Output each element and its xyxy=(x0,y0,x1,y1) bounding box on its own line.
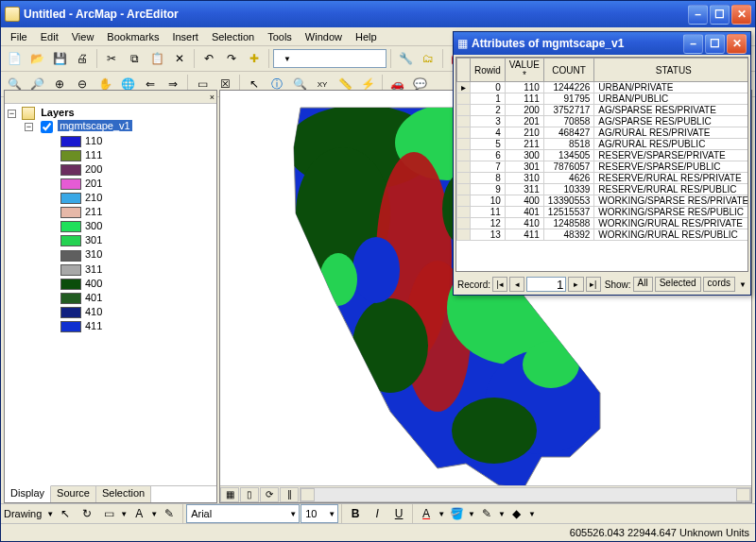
table-cell[interactable]: AG/SPARSE RES/PUBLIC xyxy=(594,116,748,127)
table-cell[interactable]: 13390553 xyxy=(543,195,594,207)
menu-selection[interactable]: Selection xyxy=(206,30,260,43)
draw-text-button[interactable]: A xyxy=(129,503,149,524)
add-data-button[interactable]: ✚ xyxy=(244,48,265,69)
table-cell[interactable]: 12 xyxy=(471,218,506,229)
table-cell[interactable]: 70858 xyxy=(543,116,594,127)
layer-visibility-checkbox[interactable] xyxy=(41,121,53,133)
table-row[interactable]: 931110339RESERVE/RURAL RES/PUBLIC xyxy=(457,184,749,195)
layout-view-button[interactable]: ▯ xyxy=(240,487,259,502)
table-cell[interactable]: 91795 xyxy=(543,93,594,105)
table-cell[interactable]: RESERVE/RURAL RES/PRIVATE xyxy=(594,173,748,184)
redo-button[interactable]: ↷ xyxy=(221,48,242,69)
toc-root[interactable]: − Layers xyxy=(8,107,214,120)
layer-name[interactable]: mgmtscape_v1 xyxy=(58,120,132,131)
table-cell[interactable]: URBAN/PRIVATE xyxy=(594,82,748,93)
table-row[interactable]: ▸01101244226URBAN/PRIVATE xyxy=(457,82,749,93)
toc-close-button[interactable]: × xyxy=(210,93,215,102)
toc-layer[interactable]: − mgmtscape_v1 xyxy=(8,120,214,133)
table-row[interactable]: 73017876057RESERVE/SPARSE/PUBLIC xyxy=(457,161,749,173)
toc-tree[interactable]: − Layers − mgmtscape_v1 1101112002012102… xyxy=(5,104,216,485)
legend-item[interactable]: 201 xyxy=(8,177,214,190)
fill-color-button[interactable]: 🪣 xyxy=(446,503,467,524)
prev-record-button[interactable]: ◂ xyxy=(509,277,524,292)
next-record-button[interactable]: ▸ xyxy=(568,277,583,292)
legend-item[interactable]: 300 xyxy=(8,219,214,232)
arc-catalog-button[interactable]: 🗂 xyxy=(418,48,438,69)
table-cell[interactable]: 211 xyxy=(505,139,543,150)
table-cell[interactable]: 11 xyxy=(471,207,506,218)
table-cell[interactable]: 410 xyxy=(505,218,543,229)
toc-tab-source[interactable]: Source xyxy=(51,486,96,502)
edit-vertices-button[interactable]: ✎ xyxy=(159,503,180,524)
options-dropdown-icon[interactable]: ▼ xyxy=(739,280,747,289)
table-cell[interactable]: 10 xyxy=(471,195,506,207)
map-scrollbar[interactable] xyxy=(300,487,751,502)
table-cell[interactable]: 311 xyxy=(505,184,543,195)
table-cell[interactable]: 111 xyxy=(505,93,543,105)
table-row[interactable]: 4210468427AG/RURAL RES/PRIVATE xyxy=(457,127,749,139)
column-header[interactable]: COUNT xyxy=(543,59,594,82)
table-cell[interactable]: 5 xyxy=(471,139,506,150)
expand-icon[interactable]: − xyxy=(25,123,33,131)
legend-item[interactable]: 400 xyxy=(8,277,214,290)
table-cell[interactable]: 48392 xyxy=(543,229,594,241)
table-row[interactable]: 1040013390553WORKING/SPARSE RES/PRIVATE xyxy=(457,195,749,207)
table-cell[interactable]: AG/RURAL RES/PRIVATE xyxy=(594,127,748,139)
table-cell[interactable]: 3 xyxy=(471,116,506,127)
select-elements-button[interactable]: ↖ xyxy=(55,503,76,524)
open-button[interactable]: 📂 xyxy=(26,48,47,69)
table-cell[interactable]: 3752717 xyxy=(543,105,594,116)
legend-item[interactable]: 310 xyxy=(8,247,214,261)
first-record-button[interactable]: |◂ xyxy=(492,277,507,292)
rotate-button[interactable]: ↻ xyxy=(77,503,97,524)
table-row[interactable]: 83104626RESERVE/RURAL RES/PRIVATE xyxy=(457,173,749,184)
attr-table-scroll[interactable]: RowidVALUE *COUNTSTATUS ▸01101244226URBA… xyxy=(455,57,748,272)
table-cell[interactable]: WORKING/SPARSE RES/PUBLIC xyxy=(594,207,748,218)
table-cell[interactable]: 110 xyxy=(505,82,543,93)
delete-button[interactable]: ✕ xyxy=(169,48,190,69)
table-row[interactable]: 124101248588WORKING/RURAL RES/PRIVATE xyxy=(457,218,749,229)
underline-button[interactable]: U xyxy=(388,503,409,524)
table-cell[interactable]: 6 xyxy=(471,150,506,161)
new-button[interactable]: 📄 xyxy=(4,48,25,69)
toc-tab-selection[interactable]: Selection xyxy=(96,486,151,502)
table-cell[interactable]: 411 xyxy=(505,229,543,241)
attribute-table-window[interactable]: ▦ Attributes of mgmtscape_v1 – ☐ ✕ Rowid… xyxy=(453,31,751,296)
table-cell[interactable]: 0 xyxy=(471,82,506,93)
menu-view[interactable]: View xyxy=(66,30,100,43)
table-cell[interactable]: 400 xyxy=(505,195,543,207)
copy-button[interactable]: ⧉ xyxy=(124,48,145,69)
legend-item[interactable]: 301 xyxy=(8,233,214,246)
table-cell[interactable]: 201 xyxy=(505,116,543,127)
menu-tools[interactable]: Tools xyxy=(262,30,298,43)
table-cell[interactable]: 300 xyxy=(505,150,543,161)
legend-item[interactable]: 200 xyxy=(8,162,214,176)
table-cell[interactable]: 9 xyxy=(471,184,506,195)
attr-titlebar[interactable]: ▦ Attributes of mgmtscape_v1 – ☐ ✕ xyxy=(454,32,750,55)
table-cell[interactable]: 310 xyxy=(505,173,543,184)
attr-close-button[interactable]: ✕ xyxy=(727,34,747,54)
data-view-button[interactable]: ▦ xyxy=(220,487,239,502)
show-all-button[interactable]: All xyxy=(633,277,653,292)
menu-insert[interactable]: Insert xyxy=(166,30,204,43)
table-row[interactable]: 1140112515537WORKING/SPARSE RES/PUBLIC xyxy=(457,207,749,218)
bold-button[interactable]: B xyxy=(345,503,366,524)
column-header[interactable]: STATUS xyxy=(594,59,748,82)
table-cell[interactable]: 1244226 xyxy=(543,82,594,93)
toc-tab-display[interactable]: Display xyxy=(5,485,51,502)
pause-button[interactable]: ‖ xyxy=(280,487,299,502)
column-header[interactable]: VALUE * xyxy=(505,59,543,82)
table-cell[interactable]: AG/RURAL RES/PUBLIC xyxy=(594,139,748,150)
maximize-button[interactable]: ☐ xyxy=(710,5,730,25)
table-cell[interactable]: 401 xyxy=(505,207,543,218)
cut-button[interactable]: ✂ xyxy=(101,48,122,69)
table-row[interactable]: 22003752717AG/SPARSE RES/PRIVATE xyxy=(457,105,749,116)
table-cell[interactable]: RESERVE/SPARSE/PUBLIC xyxy=(594,161,748,173)
print-button[interactable]: 🖨 xyxy=(72,48,93,69)
line-color-button[interactable]: ✎ xyxy=(476,503,497,524)
table-row[interactable]: 6300134505RESERVE/SPARSE/PRIVATE xyxy=(457,150,749,161)
table-cell[interactable]: 7 xyxy=(471,161,506,173)
titlebar[interactable]: Untitled - ArcMap - ArcEditor – ☐ ✕ xyxy=(1,1,755,27)
legend-item[interactable]: 210 xyxy=(8,191,214,204)
table-cell[interactable]: RESERVE/SPARSE/PRIVATE xyxy=(594,150,748,161)
